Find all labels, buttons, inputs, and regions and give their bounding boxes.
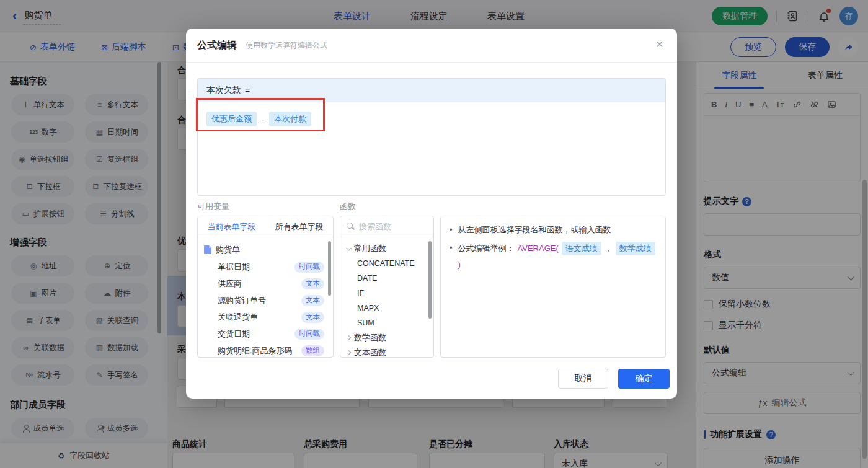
- help-tip-2: 公式编辑举例： AVERAGE( 语文成绩 ， 数学成绩 ): [458, 242, 657, 271]
- chevron-right-icon: [346, 350, 351, 355]
- variables-section-label: 可用变量: [197, 201, 340, 212]
- variables-panel: 当前表单字段 所有表单字段 购货单 单据日期时间戳 供应商文本 源购货订单号文本…: [197, 216, 334, 358]
- formula-chip-right-operand[interactable]: 本次付款: [269, 112, 311, 126]
- close-icon[interactable]: ×: [656, 37, 663, 50]
- function-search: [340, 216, 433, 237]
- type-badge: 时间戳: [294, 262, 325, 273]
- formula-editor[interactable]: 本次欠款 = 优惠后金额 - 本次付款: [197, 78, 666, 196]
- function-search-input[interactable]: [359, 222, 427, 231]
- type-badge: 文本: [301, 278, 324, 289]
- variable-row[interactable]: 供应商文本: [204, 275, 328, 292]
- example-chip: 数学成绩: [616, 242, 655, 255]
- formula-chip-left-operand[interactable]: 优惠后金额: [206, 112, 257, 126]
- function-group-text[interactable]: 文本函数: [340, 345, 433, 358]
- confirm-button[interactable]: 确定: [618, 369, 670, 389]
- variable-row[interactable]: 关联退货单文本: [204, 309, 328, 325]
- function-item-date[interactable]: DATE: [340, 271, 433, 286]
- example-function-name: AVERAGE(: [518, 242, 559, 255]
- functions-panel: 常用函数 CONCATENATE DATE IF MAPX SUM 数学函数 文…: [340, 216, 434, 358]
- cancel-button[interactable]: 取消: [558, 369, 608, 389]
- function-item-mapx[interactable]: MAPX: [340, 301, 433, 316]
- modal-title: 公式编辑: [197, 39, 237, 52]
- form-designer-app: ‹ 购货单 表单设计 流程设定 表单设置 数据管理: [0, 0, 868, 468]
- example-chip: 语文成绩: [562, 242, 601, 255]
- modal-subtitle: 使用数学运算符编辑公式: [246, 40, 327, 51]
- formula-edit-modal: 公式编辑 使用数学运算符编辑公式 × 本次欠款 = 优惠后金额 - 本次付款 可…: [186, 29, 677, 399]
- function-item-concatenate[interactable]: CONCATENATE: [340, 256, 433, 271]
- help-tip-1: 从左侧面板选择字段名和函数，或输入函数: [458, 224, 611, 236]
- type-badge: 时间戳: [294, 329, 325, 340]
- example-separator: ，: [604, 242, 613, 255]
- variable-row[interactable]: 源购货订单号文本: [204, 292, 328, 309]
- type-badge: 文本: [301, 295, 324, 306]
- functions-scrollbar-thumb[interactable]: [428, 241, 432, 319]
- example-prefix: 公式编辑举例：: [458, 242, 515, 255]
- type-badge: 文本: [301, 312, 324, 323]
- formula-expression[interactable]: 优惠后金额 - 本次付款: [198, 102, 665, 136]
- chevron-down-icon: [346, 245, 351, 250]
- minus-operator[interactable]: -: [262, 115, 264, 124]
- type-badge: 数组: [301, 345, 324, 356]
- formula-target-field: 本次欠款: [206, 85, 241, 96]
- chevron-right-icon: [346, 335, 351, 340]
- functions-section-label: 函数: [340, 201, 356, 212]
- function-item-if[interactable]: IF: [340, 286, 433, 301]
- formula-help-panel: 从左侧面板选择字段名和函数，或输入函数 公式编辑举例： AVERAGE( 语文成…: [440, 216, 666, 358]
- function-group-math[interactable]: 数学函数: [340, 330, 433, 345]
- variable-row[interactable]: 购货明细.商品条形码数组: [204, 342, 328, 358]
- example-close-paren: ): [458, 258, 461, 271]
- variable-row[interactable]: 单据日期时间戳: [204, 258, 328, 275]
- tab-all-form-fields[interactable]: 所有表单字段: [265, 216, 333, 237]
- function-item-sum[interactable]: SUM: [340, 316, 433, 330]
- search-icon: [347, 223, 355, 231]
- tree-root-form[interactable]: 购货单: [204, 241, 328, 258]
- function-group-common[interactable]: 常用函数: [340, 241, 433, 256]
- variables-scrollbar-thumb[interactable]: [328, 241, 331, 296]
- tab-current-form-fields[interactable]: 当前表单字段: [198, 216, 265, 237]
- formula-target-row: 本次欠款 =: [198, 79, 665, 102]
- form-doc-icon: [204, 245, 211, 254]
- equals-sign: =: [245, 86, 250, 95]
- variable-row[interactable]: 交货日期时间戳: [204, 325, 328, 342]
